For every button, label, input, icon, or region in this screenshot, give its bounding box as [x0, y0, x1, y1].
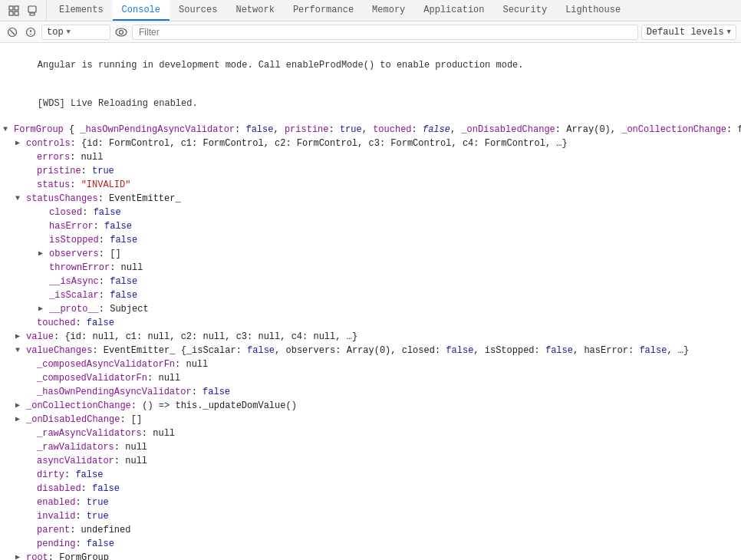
rawvalidators-row: _rawValidators: null	[0, 440, 741, 454]
svg-line-9	[10, 30, 15, 35]
controls-toggle[interactable]	[15, 137, 26, 150]
tab-performance[interactable]: Performance	[284, 0, 363, 21]
svg-rect-5	[30, 13, 35, 15]
valuechanges-row[interactable]: valueChanges: EventEmitter_ {_isScalar: …	[0, 344, 741, 357]
sc-observers-row[interactable]: observers: []	[0, 247, 741, 261]
value-toggle[interactable]	[15, 331, 26, 343]
clear-console-button[interactable]	[5, 25, 20, 40]
root-row[interactable]: root: FormGroup	[0, 551, 741, 560]
sc-proto-toggle[interactable]	[38, 303, 49, 315]
statuschanges-row[interactable]: statusChanges: EventEmitter_	[0, 192, 741, 206]
formgroup-toggle[interactable]	[3, 124, 14, 136]
invalid-row: invalid: true	[0, 509, 741, 523]
value-row[interactable]: value: {id: null, c1: null, c2: null, c3…	[0, 330, 741, 344]
svg-rect-3	[15, 12, 18, 15]
root-toggle[interactable]	[15, 552, 26, 560]
pending-row: pending: false	[0, 537, 741, 551]
pause-on-exception-button[interactable]	[23, 25, 38, 40]
ondisabledchange-row[interactable]: _onDisabledChange: []	[0, 413, 741, 427]
svg-rect-2	[9, 12, 13, 15]
devtools-icons	[3, 0, 47, 21]
oncollectionchange-row[interactable]: _onCollectionChange: () => this._updateD…	[0, 399, 741, 413]
dirty-row: dirty: false	[0, 468, 741, 482]
formgroup-root[interactable]: FormGroup { _hasOwnPendingAsyncValidator…	[0, 123, 741, 137]
context-selector[interactable]: top ▼	[41, 25, 110, 40]
svg-point-14	[120, 30, 123, 34]
disabled-row: disabled: false	[0, 482, 741, 496]
status-row: status: "INVALID"	[0, 178, 741, 192]
pristine-row: pristine: true	[0, 164, 741, 178]
svg-point-13	[116, 28, 127, 36]
oncollectionchange-toggle[interactable]	[15, 400, 26, 412]
sc-observers-toggle[interactable]	[38, 248, 49, 260]
sc-isstopped-row: isStopped: false	[0, 233, 741, 247]
tab-security[interactable]: Security	[494, 0, 557, 21]
svg-rect-0	[9, 6, 13, 10]
device-icon[interactable]	[25, 3, 40, 18]
tab-bar: Elements Console Sources Network Perform…	[0, 0, 741, 21]
tab-sources[interactable]: Sources	[170, 0, 226, 21]
levels-dropdown-arrow: ▼	[727, 28, 731, 36]
tab-elements[interactable]: Elements	[50, 0, 113, 21]
hasownpending-row: _hasOwnPendingAsyncValidator: false	[0, 385, 741, 399]
svg-point-12	[30, 33, 31, 35]
parent-row: parent: undefined	[0, 523, 741, 537]
filter-input[interactable]	[132, 25, 638, 40]
console-toolbar: top ▼ Default levels ▼	[0, 21, 741, 43]
levels-selector[interactable]: Default levels ▼	[641, 25, 736, 40]
sc-proto-row[interactable]: __proto__: Subject	[0, 302, 741, 316]
composedAsyncValidator-row: _composedAsyncValidatorFn: null	[0, 357, 741, 371]
statuschanges-toggle[interactable]	[15, 193, 26, 205]
sc-closed-row: closed: false	[0, 206, 741, 219]
console-message-angular: Angular is running in development mode. …	[0, 46, 741, 84]
errors-row: errors: null	[0, 150, 741, 164]
sc-isscalar-row: _isScalar: false	[0, 288, 741, 302]
console-output[interactable]: Angular is running in development mode. …	[0, 43, 741, 560]
tab-memory[interactable]: Memory	[363, 0, 414, 21]
enabled-row: enabled: true	[0, 496, 741, 509]
console-message-wds: [WDS] Live Reloading enabled.	[0, 84, 741, 123]
svg-rect-4	[28, 6, 36, 12]
context-dropdown-arrow: ▼	[67, 28, 71, 36]
tab-network[interactable]: Network	[226, 0, 283, 21]
controls-row[interactable]: controls: {id: FormControl, c1: FormCont…	[0, 137, 741, 150]
eye-button[interactable]	[114, 25, 129, 40]
tab-console[interactable]: Console	[113, 0, 170, 21]
tab-lighthouse[interactable]: Lighthouse	[556, 0, 630, 21]
valuechanges-toggle[interactable]	[15, 344, 26, 357]
inspect-icon[interactable]	[6, 3, 21, 18]
touched-row: touched: false	[0, 316, 741, 330]
sc-haserror-row: hasError: false	[0, 219, 741, 233]
rawasyncvalidators-row: _rawAsyncValidators: null	[0, 427, 741, 440]
sc-isasync-row: __isAsync: false	[0, 275, 741, 288]
sc-thrownerror-row: thrownError: null	[0, 261, 741, 275]
asyncvalidator-row: asyncValidator: null	[0, 454, 741, 468]
ondisabledchange-toggle[interactable]	[15, 413, 26, 426]
svg-rect-1	[15, 6, 18, 10]
composedValidator-row: _composedValidatorFn: null	[0, 371, 741, 385]
tab-application[interactable]: Application	[414, 0, 493, 21]
